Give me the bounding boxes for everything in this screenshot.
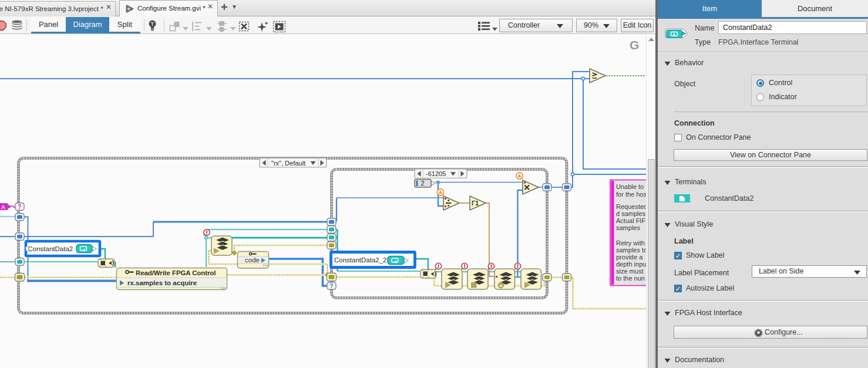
svg-text:Actual FIF: Actual FIF <box>616 217 645 224</box>
svg-text:samples: samples <box>616 224 640 231</box>
svg-text:-61205: -61205 <box>426 170 446 177</box>
svg-text:for the hos: for the hos <box>616 191 646 198</box>
svg-text:G: G <box>630 38 639 52</box>
svg-text:A: A <box>1 204 5 210</box>
svg-text:code: code <box>245 256 260 264</box>
svg-text:Requested: Requested <box>616 203 646 210</box>
svg-text:to the nun: to the nun <box>616 275 645 282</box>
svg-text:?: ? <box>329 283 333 289</box>
svg-text:Retry with: Retry with <box>616 239 645 247</box>
svg-text:ConstantData2_2: ConstantData2_2 <box>334 256 387 264</box>
svg-text:2: 2 <box>421 180 425 187</box>
svg-text:depth inpu: depth inpu <box>616 261 646 268</box>
svg-text:Read/Write FPGA Control: Read/Write FPGA Control <box>136 269 216 276</box>
svg-text:d samples: d samples <box>616 210 646 217</box>
svg-text:samples to: samples to <box>616 247 646 254</box>
svg-text:provide a: provide a <box>616 254 643 261</box>
svg-text:ConstantData2: ConstantData2 <box>28 245 73 252</box>
svg-text:"rx", Default: "rx", Default <box>271 160 305 167</box>
svg-text:rx.samples to acquire: rx.samples to acquire <box>127 279 197 286</box>
svg-text:?: ? <box>18 204 21 210</box>
svg-text:Unable to: Unable to <box>616 183 644 190</box>
svg-text:Γ1: Γ1 <box>472 200 479 207</box>
svg-text:size must: size must <box>616 268 643 275</box>
